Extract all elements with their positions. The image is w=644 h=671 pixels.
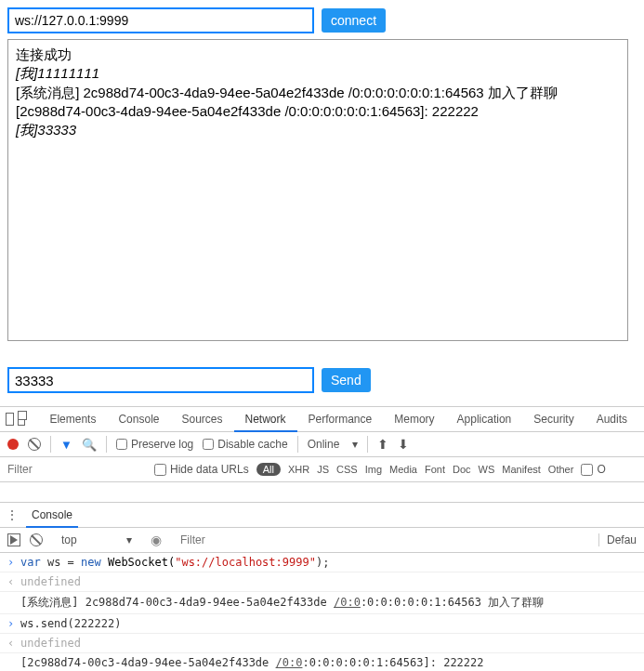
filter-all-pill[interactable]: All xyxy=(256,463,281,476)
tab-audits[interactable]: Audits xyxy=(585,407,638,432)
preserve-log-checkbox[interactable]: Preserve log xyxy=(116,438,193,451)
console-line: ›ws.send(222222) xyxy=(0,614,644,634)
console-line: [系统消息] 2c988d74-00c3-4da9-94ee-5a04e2f43… xyxy=(0,592,644,614)
throttle-select[interactable]: Online ▾ xyxy=(308,438,358,451)
log-line: 连接成功 xyxy=(16,46,620,64)
disable-cache-checkbox[interactable]: Disable cache xyxy=(203,438,287,451)
log-line: [2c988d74-00c3-4da9-94ee-5a04e2f433de /0… xyxy=(16,102,620,121)
live-expression-icon[interactable]: ◉ xyxy=(151,533,162,547)
ws-url-input[interactable] xyxy=(7,7,314,33)
divider xyxy=(106,436,107,453)
filter-icon[interactable]: ▼ xyxy=(60,438,72,452)
tab-elements[interactable]: Elements xyxy=(38,407,107,432)
device-toolbar-icon[interactable] xyxy=(18,413,26,426)
tab-application[interactable]: Application xyxy=(446,407,523,432)
filter-type-img[interactable]: Img xyxy=(365,464,382,475)
divider xyxy=(50,436,51,453)
console-line: ‹undefined xyxy=(0,634,644,653)
tab-console[interactable]: Console xyxy=(107,407,170,432)
inspect-element-icon[interactable] xyxy=(6,413,14,426)
drawer-menu-icon[interactable]: ⋮ xyxy=(6,507,19,522)
log-level-select[interactable]: Defau xyxy=(598,533,637,546)
filter-type-doc[interactable]: Doc xyxy=(453,464,471,475)
console-filter-input[interactable] xyxy=(180,533,589,546)
tab-network[interactable]: Network xyxy=(234,407,297,432)
filter-type-media[interactable]: Media xyxy=(389,464,417,475)
connect-button[interactable]: connect xyxy=(322,8,386,33)
log-line: [我]11111111 xyxy=(16,64,620,83)
message-input[interactable] xyxy=(7,367,314,393)
clear-console-icon[interactable] xyxy=(30,533,43,546)
tab-sources[interactable]: Sources xyxy=(170,407,233,432)
console-line: [2c988d74-00c3-4da9-94ee-5a04e2f433de /0… xyxy=(0,653,644,671)
network-filter-input[interactable] xyxy=(7,463,147,476)
download-icon[interactable]: ⬇ xyxy=(398,437,409,452)
devtools-panel: ElementsConsoleSourcesNetworkPerformance… xyxy=(0,406,644,671)
search-icon[interactable]: 🔍 xyxy=(82,438,97,452)
tab-security[interactable]: Security xyxy=(522,407,585,432)
log-line: [系统消息] 2c988d74-00c3-4da9-94ee-5a04e2f43… xyxy=(16,84,620,102)
console-line: ›var ws = new WebSocket("ws://localhost:… xyxy=(0,553,644,572)
filter-type-css[interactable]: CSS xyxy=(336,464,358,475)
divider xyxy=(297,436,298,453)
network-body xyxy=(0,482,644,503)
record-icon[interactable] xyxy=(7,439,19,450)
filter-type-other[interactable]: Other xyxy=(548,464,574,475)
filter-type-font[interactable]: Font xyxy=(425,464,445,475)
hide-data-urls-checkbox[interactable]: Hide data URLs xyxy=(154,463,249,476)
divider xyxy=(367,436,368,453)
filter-type-xhr[interactable]: XHR xyxy=(288,464,309,475)
log-box: 连接成功[我]11111111[系统消息] 2c988d74-00c3-4da9… xyxy=(7,39,628,341)
tab-memory[interactable]: Memory xyxy=(383,407,445,432)
drawer-tab-console[interactable]: Console xyxy=(26,503,78,528)
clear-icon[interactable] xyxy=(28,438,41,451)
console-line: ‹undefined xyxy=(0,572,644,592)
trailing-checkbox[interactable]: O xyxy=(581,463,605,476)
upload-icon[interactable]: ⬆ xyxy=(377,437,388,452)
filter-type-manifest[interactable]: Manifest xyxy=(502,464,541,475)
log-line: [我]33333 xyxy=(16,121,620,139)
context-select[interactable]: top ▾ xyxy=(61,533,132,546)
execute-icon[interactable] xyxy=(7,533,20,546)
send-button[interactable]: Send xyxy=(322,368,371,392)
filter-type-js[interactable]: JS xyxy=(317,464,329,475)
tab-performance[interactable]: Performance xyxy=(297,407,384,432)
filter-type-ws[interactable]: WS xyxy=(479,464,495,475)
